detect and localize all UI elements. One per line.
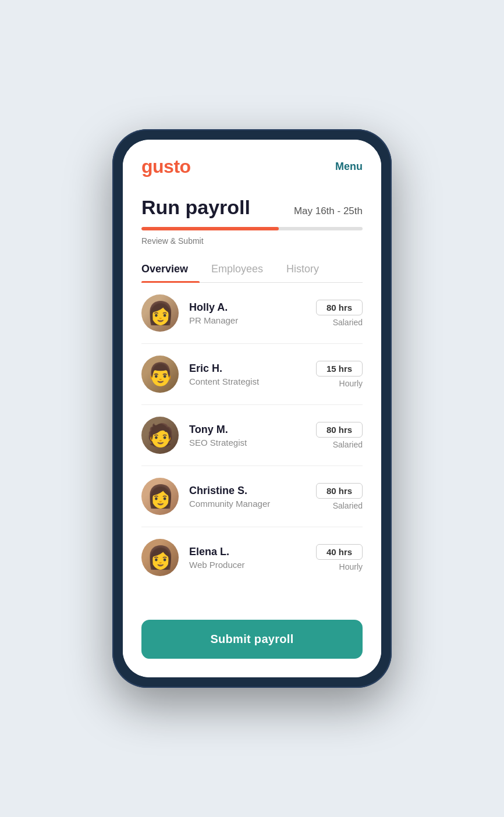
employee-name: Christine S. [189, 485, 316, 497]
employee-name: Elena L. [189, 546, 316, 558]
date-range: May 16th - 25th [294, 205, 363, 217]
employee-row[interactable]: Holly A. PR Manager 80 hrs Salaried [141, 283, 363, 344]
phone-frame: gusto Menu Run payroll May 16th - 25th R… [112, 129, 392, 688]
progress-bar [141, 227, 363, 230]
employee-role: PR Manager [189, 315, 316, 325]
employee-hours-block: 80 hrs Salaried [316, 422, 363, 449]
employee-row[interactable]: Tony M. SEO Strategist 80 hrs Salaried [141, 405, 363, 466]
avatar [141, 356, 179, 393]
employee-info: Elena L. Web Producer [189, 546, 316, 570]
hours-badge: 40 hrs [316, 544, 363, 560]
employee-name: Eric H. [189, 363, 316, 375]
progress-bar-fill [141, 227, 279, 230]
employee-info: Christine S. Community Manager [189, 485, 316, 509]
avatar [141, 294, 179, 332]
employee-hours-block: 15 hrs Hourly [316, 361, 363, 388]
title-row: Run payroll May 16th - 25th [141, 196, 363, 219]
page-title: Run payroll [141, 196, 250, 219]
app-logo: gusto [141, 156, 191, 177]
employee-hours-block: 40 hrs Hourly [316, 544, 363, 571]
employee-role: Community Manager [189, 499, 316, 509]
employee-hours-block: 80 hrs Salaried [316, 483, 363, 510]
employee-name: Tony M. [189, 424, 316, 436]
tabs-container: Overview Employees History [141, 256, 363, 283]
employee-role: Web Producer [189, 560, 316, 570]
progress-label: Review & Submit [141, 236, 363, 246]
employee-info: Eric H. Content Strategist [189, 363, 316, 386]
tab-overview[interactable]: Overview [141, 256, 200, 282]
pay-type: Salaried [333, 501, 363, 510]
pay-type: Salaried [333, 318, 363, 327]
menu-button[interactable]: Menu [335, 161, 363, 173]
tab-employees[interactable]: Employees [211, 256, 275, 282]
avatar [141, 417, 179, 454]
avatar [141, 539, 179, 576]
hours-badge: 15 hrs [316, 361, 363, 376]
employee-row[interactable]: Elena L. Web Producer 40 hrs Hourly [141, 527, 363, 588]
pay-type: Hourly [339, 379, 363, 388]
employee-hours-block: 80 hrs Salaried [316, 300, 363, 327]
phone-screen: gusto Menu Run payroll May 16th - 25th R… [123, 140, 381, 677]
employee-row[interactable]: Eric H. Content Strategist 15 hrs Hourly [141, 344, 363, 405]
pay-type: Salaried [333, 440, 363, 449]
hours-badge: 80 hrs [316, 300, 363, 315]
employee-info: Holly A. PR Manager [189, 301, 316, 325]
app-header: gusto Menu [123, 140, 381, 187]
hours-badge: 80 hrs [316, 422, 363, 438]
employee-name: Holly A. [189, 301, 316, 314]
submit-payroll-button[interactable]: Submit payroll [141, 620, 363, 659]
employee-role: SEO Strategist [189, 438, 316, 447]
employee-role: Content Strategist [189, 376, 316, 386]
avatar [141, 478, 179, 515]
employee-row[interactable]: Christine S. Community Manager 80 hrs Sa… [141, 466, 363, 527]
pay-type: Hourly [339, 562, 363, 571]
employee-info: Tony M. SEO Strategist [189, 424, 316, 447]
page-content: Run payroll May 16th - 25th Review & Sub… [123, 187, 381, 608]
employee-list: Holly A. PR Manager 80 hrs Salaried Eric… [141, 283, 363, 588]
hours-badge: 80 hrs [316, 483, 363, 499]
submit-section: Submit payroll [123, 608, 381, 677]
tab-history[interactable]: History [286, 256, 331, 282]
